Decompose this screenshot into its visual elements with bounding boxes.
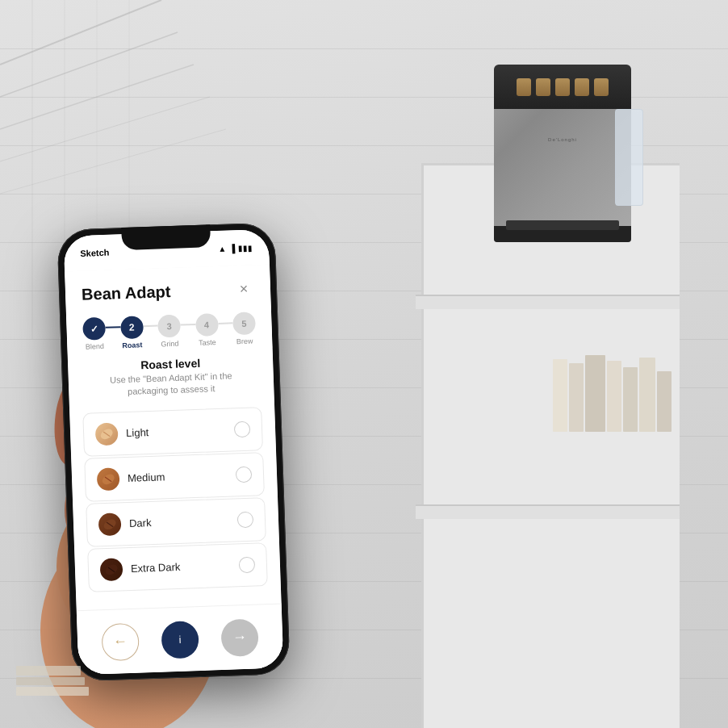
roast-dark-icon [98, 513, 122, 536]
roast-option-dark[interactable]: Dark [86, 497, 266, 547]
machine-water-tank [615, 109, 643, 206]
step-2-label: Roast [122, 341, 142, 349]
roast-dark-radio[interactable] [237, 511, 254, 528]
roast-option-medium[interactable]: Medium [84, 452, 265, 502]
connector-3-4 [180, 324, 195, 326]
roast-option-light[interactable]: Light [82, 407, 263, 457]
shelf-unit [421, 163, 680, 728]
book-2 [569, 363, 584, 432]
roast-option-medium-left: Medium [97, 466, 165, 491]
roast-extra-dark-radio[interactable] [239, 556, 256, 573]
info-button[interactable]: i [161, 621, 199, 659]
battery-icon: ▮▮▮ [238, 243, 253, 253]
book-stack-item-3 [16, 687, 89, 696]
roast-extra-dark-icon [100, 558, 123, 581]
roast-options-list: Light [69, 403, 281, 596]
bean-svg-dark [101, 515, 119, 533]
carrier-text: Sketch [80, 248, 109, 258]
phone-outer-shell: Sketch ▲ ▐ ▮▮▮ Bean Adapt × [56, 222, 290, 681]
book-3 [607, 361, 621, 432]
step-3-circle: 3 [157, 315, 181, 338]
connector-4-5 [218, 322, 233, 324]
book-4 [623, 367, 638, 432]
phone-screen: Sketch ▲ ▐ ▮▮▮ Bean Adapt × [64, 229, 284, 676]
book-stack [585, 355, 605, 432]
coffee-machine: De'Longhi [486, 48, 639, 242]
scene: De'Longhi [0, 0, 728, 728]
roast-medium-icon [97, 467, 120, 491]
bean-svg-medium [99, 470, 118, 488]
roast-option-light-left: Light [95, 421, 149, 446]
roast-light-icon [95, 422, 119, 446]
machine-drip-tray [506, 220, 619, 230]
shelf-middle-surface [416, 504, 680, 519]
roast-medium-radio[interactable] [236, 466, 253, 483]
machine-body: De'Longhi [494, 65, 631, 242]
machine-control-panel [494, 65, 631, 109]
bean-svg-light [98, 425, 116, 443]
step-1-label: Blend [86, 342, 104, 351]
bottom-navigation: ← i → [77, 603, 284, 675]
books-stack-left [16, 666, 89, 696]
forward-button[interactable]: → [220, 618, 259, 657]
step-grind[interactable]: 3 Grind [157, 315, 181, 349]
bean-svg-extra-dark [103, 560, 121, 579]
phone: Sketch ▲ ▐ ▮▮▮ Bean Adapt × [56, 222, 290, 681]
step-blend[interactable]: ✓ Blend [82, 317, 106, 351]
close-button[interactable]: × [233, 278, 255, 299]
status-icons: ▲ ▐ ▮▮▮ [218, 243, 253, 253]
book-6 [657, 371, 672, 432]
connector-2-3 [143, 325, 158, 328]
roast-option-dark-left: Dark [98, 512, 152, 536]
step-4-label: Taste [199, 338, 216, 347]
machine-base [494, 226, 631, 242]
step-roast[interactable]: 2 Roast [120, 316, 144, 349]
back-button[interactable]: ← [101, 622, 140, 661]
machine-button-5 [594, 78, 609, 96]
svg-line-0 [0, 0, 161, 65]
books-shelf [553, 355, 672, 432]
app-title: Bean Adapt [82, 282, 171, 304]
app-content: Bean Adapt × ✓ Blend 2 [65, 265, 283, 676]
machine-button-1 [517, 78, 531, 96]
info-icon: i [178, 634, 181, 646]
wifi-icon: ▲ [218, 244, 226, 253]
book-1 [553, 359, 567, 432]
machine-button-4 [575, 78, 589, 96]
roast-option-extra-dark[interactable]: Extra Dark [87, 542, 268, 592]
machine-logo: De'Longhi [494, 137, 631, 142]
machine-button-3 [555, 78, 570, 96]
machine-button-2 [536, 78, 550, 96]
app-header: Bean Adapt × [65, 265, 271, 314]
signal-icon: ▐ [229, 244, 235, 253]
roast-option-extra-dark-left: Extra Dark [100, 556, 181, 581]
book-5 [639, 358, 655, 432]
back-arrow-icon: ← [113, 633, 128, 651]
roast-medium-label: Medium [128, 471, 165, 485]
step-taste[interactable]: 4 Taste [195, 313, 219, 347]
shelf-top-surface [416, 295, 680, 309]
step-5-circle: 5 [232, 312, 256, 335]
phone-notch [121, 224, 211, 250]
roast-light-radio[interactable] [234, 420, 251, 437]
step-brew[interactable]: 5 Brew [232, 312, 256, 345]
book-stack-item-1 [16, 666, 81, 676]
step-5-label: Brew [236, 337, 253, 345]
roast-extra-dark-label: Extra Dark [131, 561, 181, 575]
forward-arrow-icon: → [232, 629, 248, 646]
step-4-circle: 4 [195, 313, 219, 337]
connector-1-2 [106, 326, 121, 328]
roast-dark-label: Dark [129, 517, 152, 529]
steps-indicator: ✓ Blend 2 Roast 3 Grind [66, 307, 273, 355]
book-stack-item-2 [16, 677, 85, 685]
roast-light-label: Light [126, 426, 149, 439]
step-2-circle: 2 [120, 316, 144, 339]
step-3-label: Grind [161, 340, 178, 349]
step-1-circle: ✓ [82, 317, 106, 341]
